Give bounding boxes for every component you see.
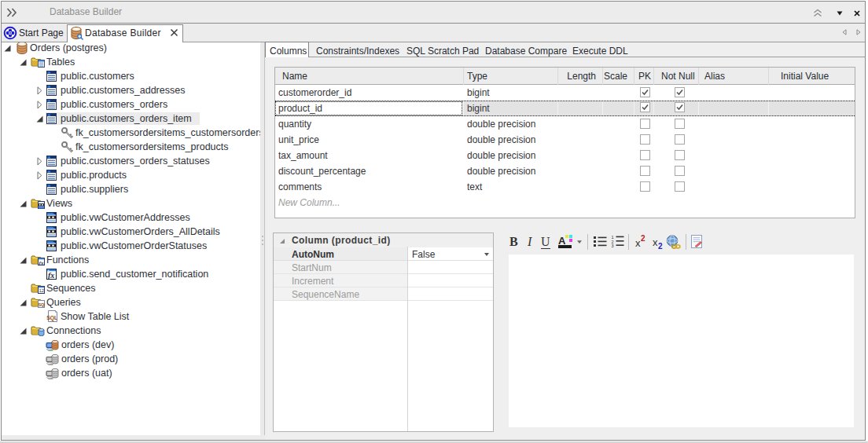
svg-text:3: 3 [612, 243, 614, 247]
